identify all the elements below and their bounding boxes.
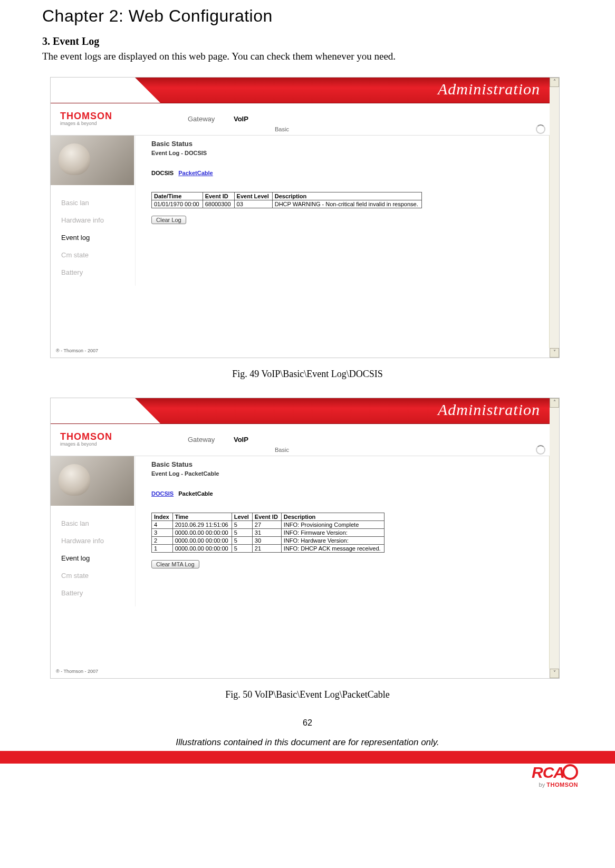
sidebar-item-battery[interactable]: Battery <box>61 589 135 597</box>
scrollbar-track[interactable] <box>549 87 559 348</box>
cell-datetime: 01/01/1970 00:00 <box>152 200 203 208</box>
logo-row: THOMSON images & beyond Gateway VoIP Bas… <box>51 424 550 456</box>
nav-gateway[interactable]: Gateway <box>188 115 215 123</box>
tab-packetcable[interactable]: PacketCable <box>178 170 213 176</box>
logo-text: THOMSON <box>60 111 112 122</box>
scrollbar-track[interactable] <box>549 408 559 669</box>
col-datetime: Date/Time <box>152 192 203 200</box>
panel-subtitle: Event Log - PacketCable <box>151 470 544 477</box>
scroll-down-icon[interactable]: ˅ <box>550 669 559 678</box>
cell-level: 5 <box>232 529 252 537</box>
figure-caption-49: Fig. 49 VoIP\Basic\Event Log\DOCSIS <box>42 369 573 380</box>
col-time: Time <box>172 513 232 521</box>
nav-gateway[interactable]: Gateway <box>188 436 215 443</box>
tab-docsis[interactable]: DOCSIS <box>151 490 174 497</box>
header-banner: Administration <box>51 398 550 424</box>
cell-description: INFO: Provisioning Complete <box>281 521 384 529</box>
cell-event-level: 03 <box>234 200 272 208</box>
sidebar-item-event-log[interactable]: Event log <box>61 554 135 562</box>
cell-event-id: 30 <box>252 537 281 545</box>
cell-time: 0000.00.00 00:00:00 <box>172 529 232 537</box>
subnav-basic[interactable]: Basic <box>275 126 289 132</box>
sidebar-item-cm-state[interactable]: Cm state <box>61 251 135 259</box>
sidebar-item-event-log[interactable]: Event log <box>61 234 135 242</box>
cell-level: 5 <box>232 545 252 553</box>
loading-spinner-icon <box>536 445 545 455</box>
avatar-image <box>51 456 134 506</box>
cell-description: INFO: Firmware Version: <box>281 529 384 537</box>
loading-spinner-icon <box>536 124 545 134</box>
nav-voip[interactable]: VoIP <box>234 436 248 443</box>
table-row: 01/01/1970 00:00 68000300 03 DHCP WARNIN… <box>152 200 422 208</box>
cell-description: INFO: DHCP ACK message received. <box>281 545 384 553</box>
copyright: ® - Thomson - 2007 <box>56 348 98 353</box>
col-event-id: Event ID <box>203 192 234 200</box>
col-level: Level <box>232 513 252 521</box>
avatar-image <box>51 136 134 185</box>
scroll-down-icon[interactable]: ˅ <box>550 348 559 358</box>
cell-event-id: 21 <box>252 545 281 553</box>
cell-description: INFO: Hardware Version: <box>281 537 384 545</box>
cell-index: 2 <box>152 537 173 545</box>
col-description: Description <box>281 513 384 521</box>
cell-time: 0000.00.00 00:00:00 <box>172 537 232 545</box>
cell-index: 1 <box>152 545 173 553</box>
table-header-row: Index Time Level Event ID Description <box>152 513 385 521</box>
admin-label: Administration <box>438 401 540 419</box>
chapter-title: Chapter 2: Web Configuration <box>42 6 573 26</box>
bottom-red-bar <box>0 751 615 764</box>
clear-mta-log-button[interactable]: Clear MTA Log <box>151 560 199 568</box>
logo-text: THOMSON <box>60 431 112 442</box>
copyright: ® - Thomson - 2007 <box>56 669 98 674</box>
col-index: Index <box>152 513 173 521</box>
event-log-table: Index Time Level Event ID Description 4 … <box>151 513 385 553</box>
admin-label: Administration <box>438 80 540 98</box>
tab-docsis[interactable]: DOCSIS <box>151 170 174 176</box>
sidebar-item-hardware-info[interactable]: Hardware info <box>61 537 135 545</box>
cell-event-id: 68000300 <box>203 200 234 208</box>
cell-time: 0000.00.00 00:00:00 <box>172 545 232 553</box>
tab-packetcable[interactable]: PacketCable <box>178 490 213 497</box>
col-event-id: Event ID <box>252 513 281 521</box>
table-row: 1 0000.00.00 00:00:00 5 21 INFO: DHCP AC… <box>152 545 385 553</box>
col-event-level: Event Level <box>234 192 272 200</box>
footer-note: Illustrations contained in this document… <box>42 737 573 748</box>
table-row: 4 2010.06.29 11:51:06 5 27 INFO: Provisi… <box>152 521 385 529</box>
panel-title: Basic Status <box>151 140 544 148</box>
sidebar-item-basic-lan[interactable]: Basic lan <box>61 199 135 207</box>
table-row: 3 0000.00.00 00:00:00 5 31 INFO: Firmwar… <box>152 529 385 537</box>
cell-index: 4 <box>152 521 173 529</box>
header-banner: Administration <box>51 78 550 103</box>
cell-time: 2010.06.29 11:51:06 <box>172 521 232 529</box>
cell-description: DHCP WARNING - Non-critical field invali… <box>272 200 421 208</box>
col-description: Description <box>272 192 421 200</box>
scroll-up-icon[interactable]: ˄ <box>550 398 559 408</box>
cell-level: 5 <box>232 521 252 529</box>
figure-caption-50: Fig. 50 VoIP\Basic\Event Log\PacketCable <box>42 689 573 700</box>
sidebar-item-battery[interactable]: Battery <box>61 268 135 276</box>
sidebar-item-basic-lan[interactable]: Basic lan <box>61 519 135 527</box>
table-row: 2 0000.00.00 00:00:00 5 30 INFO: Hardwar… <box>152 537 385 545</box>
by-thomson-label: by THOMSON <box>539 782 578 788</box>
screenshot-fig49: ˄ ˅ Administration THOMSON images & beyo… <box>50 77 560 358</box>
page-number: 62 <box>42 718 573 728</box>
cell-index: 3 <box>152 529 173 537</box>
section-body: The event logs are displayed on this web… <box>42 51 573 62</box>
panel-title: Basic Status <box>151 460 544 468</box>
sidebar-item-cm-state[interactable]: Cm state <box>61 572 135 580</box>
clear-log-button[interactable]: Clear Log <box>151 216 186 224</box>
cell-level: 5 <box>232 537 252 545</box>
sidebar-item-hardware-info[interactable]: Hardware info <box>61 216 135 224</box>
screenshot-fig50: ˄ ˅ Administration THOMSON images & beyo… <box>50 398 560 679</box>
cell-event-id: 31 <box>252 529 281 537</box>
cell-event-id: 27 <box>252 521 281 529</box>
event-log-table: Date/Time Event ID Event Level Descripti… <box>151 192 422 208</box>
scroll-up-icon[interactable]: ˄ <box>550 78 559 87</box>
subnav-basic[interactable]: Basic <box>275 447 289 453</box>
table-header-row: Date/Time Event ID Event Level Descripti… <box>152 192 422 200</box>
nav-voip[interactable]: VoIP <box>234 115 248 123</box>
rca-circle-icon <box>562 764 578 780</box>
section-title: 3. Event Log <box>42 35 573 47</box>
panel-subtitle: Event Log - DOCSIS <box>151 150 544 156</box>
logo-row: THOMSON images & beyond Gateway VoIP Bas… <box>51 103 550 136</box>
